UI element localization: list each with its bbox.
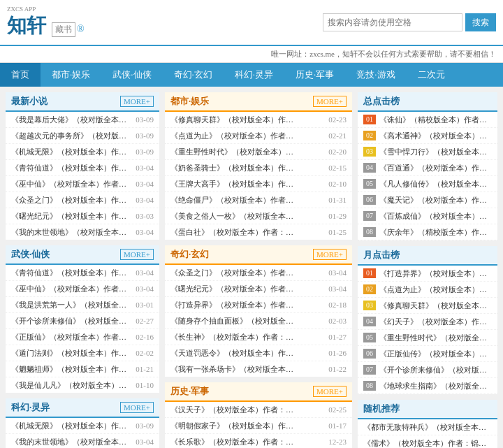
book-name[interactable]: 《长生神》（校对版全本）作者：月中明: [170, 331, 300, 343]
rank-book-name[interactable]: 《点道为止》（校对版全本）作者…: [379, 283, 492, 296]
history-more[interactable]: MORE+: [313, 386, 347, 397]
book-name[interactable]: 《我有一张杀场卡》（校对版全本）作者：宝…: [170, 363, 300, 375]
logo-main: 知轩: [7, 13, 46, 39]
book-name[interactable]: 《机城无限》（校对版全本）作者：亦醉: [11, 145, 133, 158]
rank-book-name[interactable]: 《开个诊所来修仙》（校对版全…: [379, 363, 492, 376]
search-button[interactable]: 搜索: [465, 13, 496, 31]
book-date: 03-04: [136, 178, 154, 190]
rank-item: 03 《雪中悍刀行》（校对版全本）作…: [358, 144, 497, 160]
rank-book-name[interactable]: 《打造异界》（校对版全本）作者…: [379, 267, 492, 280]
book-name[interactable]: 《随身存个抽血面板》（校对版全本）作者：…: [170, 315, 300, 327]
book-date: 02-23: [328, 113, 347, 126]
book-name[interactable]: 《巫中仙》（校对版全本）作者：雷满林中: [11, 178, 133, 190]
nav-item-scifi[interactable]: 科幻·灵异: [224, 63, 284, 87]
book-name[interactable]: 《魍魉祖师》（校对版全本）作者：油炸咸鱼: [11, 363, 133, 375]
book-name[interactable]: 《长乐歌》（校对版全本）作者：三成大库: [170, 435, 300, 448]
book-name[interactable]: 《曙光纪元》（校对版全本）作者：人劲玩人: [11, 210, 133, 222]
rank-item: 07 《开个诊所来修仙》（校对版全…: [358, 362, 497, 378]
book-name[interactable]: 《汉天子》（校对版全本）作者：六道: [170, 403, 300, 416]
scifi-title: 科幻·灵异: [11, 401, 50, 414]
navigation: 首页 都市·娱乐 武侠·仙侠 奇幻·玄幻 科幻·灵异 历史·军事 竞技·游戏 二…: [0, 63, 503, 87]
total-rank-section: 总点击榜 01 《诛仙》（精校版全本）作者：萧鼎… 02 《高术通神》（校对版全…: [358, 92, 497, 240]
list-item: 《蛋白社》（校对版全本）作者：魔性沿月 01-25: [165, 224, 352, 240]
nav-item-anime[interactable]: 二次元: [407, 63, 456, 87]
book-name[interactable]: 《奶爸圣骑士》（校对版全本）作者：行入大…: [170, 161, 300, 174]
book-name[interactable]: 《我是幕后大佬》（校对版全本）作者：…: [11, 113, 133, 126]
fantasy-header: 奇幻·玄幻 MORE+: [165, 245, 352, 265]
book-name[interactable]: 《众圣之门》（校对版全本）作者：虾米XL: [170, 266, 300, 279]
book-name[interactable]: 《打造异界》（校对版全本）作者：华佐仇: [170, 298, 300, 311]
book-name[interactable]: 《超越次元的事务所》（校对版全本）作者：…: [11, 129, 133, 142]
rank-book-name[interactable]: 《庆余年》（精校版全本）作者：…: [379, 226, 492, 238]
rank-item: 04 《百道通》（校对版全本）作者：…: [358, 160, 497, 176]
latest-novels-title: 最新小说: [11, 95, 48, 108]
fantasy-section: 奇幻·玄幻 MORE+ 《众圣之门》（校对版全本）作者：虾米XL 03-04 《…: [165, 245, 352, 377]
book-name[interactable]: 《机城无限》（校对版全本）作者：亦醉: [11, 419, 133, 432]
fantasy-more[interactable]: MORE+: [313, 249, 347, 260]
book-name[interactable]: 《遁门法则》（校对版全本）作者：八宝饭: [11, 347, 133, 359]
list-item: 《王牌大高手》（校对版全本）作者：梁下凡 02-10: [165, 176, 352, 192]
rank-book-name[interactable]: 《正版仙传》（校对版全本）作者…: [379, 347, 492, 360]
rank-item: 06 《正版仙传》（校对版全本）作者…: [358, 346, 497, 362]
rank-book-name[interactable]: 《凡人修仙传》（校对版全本）作者+番外…: [379, 178, 492, 190]
book-name[interactable]: 《众圣之门》（校对版全本）作者：虾米XL: [11, 194, 133, 206]
rank-book-name[interactable]: 《百道通》（校对版全本）作者：…: [379, 161, 492, 174]
book-name[interactable]: 《天道罚恶令》（校对版全本）作者：东城矢: [170, 347, 300, 359]
rank-book-name[interactable]: 《百炼成仙》（校对版全本）作者：…: [379, 210, 492, 222]
list-item: 《魍魉祖师》（校对版全本）作者：油炸咸鱼 01-21: [6, 361, 159, 377]
list-item[interactable]: 《都市无敌特种兵》（校对版全本）作…: [358, 419, 497, 435]
rank-item: 08 《庆余年》（精校版全本）作者：…: [358, 224, 497, 240]
book-date: 01-31: [328, 194, 347, 206]
rank-book-name[interactable]: 《高术通神》（校对版全本）作者…: [379, 129, 492, 142]
rank-book-name[interactable]: 《雪中悍刀行》（校对版全本）作…: [379, 145, 492, 158]
nav-item-martial[interactable]: 武侠·仙侠: [101, 63, 162, 87]
book-name[interactable]: 《修真聊天群》（校对版全本）作者：圣骑士…: [170, 113, 300, 126]
book-name[interactable]: 《绝命僵尸》（校对版全本）作者：十初浮薄: [170, 194, 300, 206]
rank-book-name[interactable]: 《幻天子》（校对版全本）作者：…: [379, 315, 492, 328]
book-date: 02-10: [328, 178, 347, 190]
nav-item-urban[interactable]: 都市·娱乐: [41, 63, 101, 87]
list-item: 《巫中仙》（校对版全本）作者：雷满林中 03-04: [6, 281, 159, 297]
nav-item-fantasy[interactable]: 奇幻·玄幻: [163, 63, 224, 87]
search-input[interactable]: [323, 13, 462, 31]
book-name[interactable]: 《点道为止》（校对版全本）作者：梦入神机: [170, 129, 300, 142]
rank-book-name[interactable]: 《重生野性时代》（校对版全本）…: [379, 331, 492, 344]
latest-novels-more[interactable]: MORE+: [120, 96, 154, 107]
book-name[interactable]: 《明朝假家子》（校对版全本）作者：上山打…: [170, 419, 300, 432]
rank-book-name[interactable]: 《地球求生指南》（校对版全本）…: [379, 380, 492, 392]
nav-item-home[interactable]: 首页: [0, 63, 41, 87]
book-name[interactable]: 《开个诊所来修仙》（校对版全本）作者：李…: [11, 315, 133, 327]
rank-book-name[interactable]: 《修真聊天群》（校对版全本）作…: [379, 299, 492, 312]
book-name[interactable]: 《美食之俗人一枚》（校对版全本）作者：随…: [170, 210, 300, 222]
nav-item-sports[interactable]: 竞技·游戏: [345, 63, 406, 87]
rank-number: 03: [363, 147, 376, 157]
book-name[interactable]: 《蛋白社》（校对版全本）作者：魔性沿月: [170, 226, 300, 238]
logo: ZXCS APP 知轩 藏书 ®: [7, 6, 85, 39]
nav-item-history[interactable]: 历史·军事: [284, 63, 345, 87]
book-date: 02-02: [136, 347, 154, 359]
book-name[interactable]: 《我是仙儿凡》（校对版全本）作者：百里望: [11, 379, 133, 391]
urban-more[interactable]: MORE+: [313, 96, 347, 107]
book-name[interactable]: 《青符仙道》（校对版全本）作者：乌泥: [11, 161, 133, 174]
list-item: 《众圣之门》（校对版全本）作者：虾米XL 03-04: [6, 192, 159, 208]
rank-book-name[interactable]: 《魔天记》（校对版全本）作者：…: [379, 194, 492, 206]
list-item: 《青符仙道》（校对版全本）作者：乌泥 03-04: [6, 160, 159, 176]
book-name[interactable]: 《青符仙道》（校对版全本）作者：乌泥: [11, 266, 133, 279]
book-name[interactable]: 《巫中仙》（校对版全本）作者：雷满林中: [11, 282, 133, 295]
rank-book-name[interactable]: 《诛仙》（精校版全本）作者：萧鼎…: [379, 113, 492, 126]
list-item: 《美食之俗人一枚》（校对版全本）作者：随… 01-29: [165, 208, 352, 224]
book-name[interactable]: 《我的末世领地》（校对版全本）作者：笔墨…: [11, 226, 133, 238]
rank-item: 02 《高术通神》（校对版全本）作者…: [358, 128, 497, 144]
book-name[interactable]: 《我是洪荒第一人》（校对版全本）作者：宝…: [11, 298, 133, 311]
book-name[interactable]: 《重生野性时代》（校对版全本）作者：王梓钧: [170, 145, 300, 158]
scifi-more[interactable]: MORE+: [120, 402, 154, 413]
book-name[interactable]: 《正版仙》（校对版全本）作者：叶叶水: [11, 331, 133, 343]
martial-arts-more[interactable]: MORE+: [120, 249, 154, 260]
book-name[interactable]: 《曙光纪元》（校对版全本）作者：人劲玩人: [170, 282, 300, 295]
rank-number: 08: [363, 381, 376, 391]
book-name[interactable]: 《王牌大高手》（校对版全本）作者：梁下凡: [170, 178, 300, 190]
book-date: 03-04: [136, 226, 154, 238]
list-item[interactable]: 《儒术》（校对版全本）作者：锦木驷: [358, 435, 497, 448]
book-name[interactable]: 《我的末世领地》（校对版全本）作者：笔墨…: [11, 435, 133, 448]
book-date: 01-22: [328, 363, 347, 375]
